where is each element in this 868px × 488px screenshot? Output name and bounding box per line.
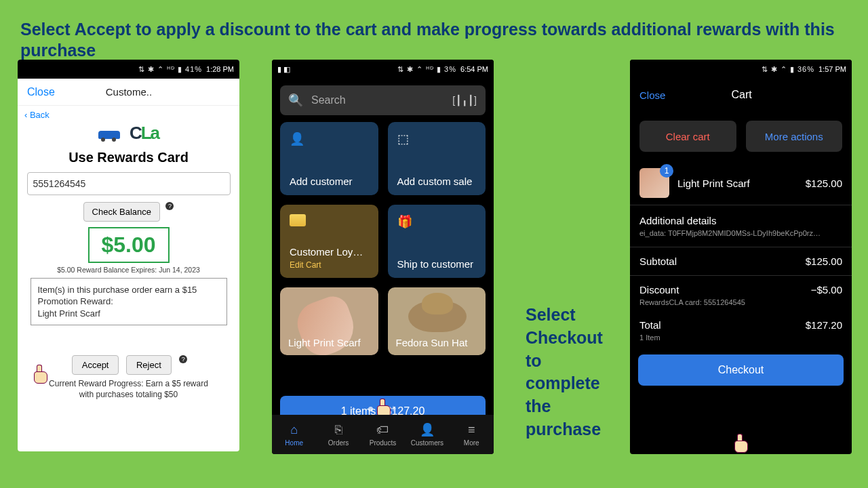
status-icons: ⇅ ✱ ⌃ ᴴᴰ ▮ 3% <box>397 65 460 74</box>
menu-icon: ≡ <box>451 423 492 437</box>
search-placeholder: Search <box>311 94 346 106</box>
bottom-tabs: ⌂Home ⎘Orders 🏷Products 👤Customers ≡More <box>272 415 494 454</box>
qty-badge: 1 <box>660 164 673 178</box>
tab-customers[interactable]: 👤Customers <box>407 422 448 447</box>
line-discount[interactable]: Discount RewardsCLA card: 5551264545 −$5… <box>630 276 852 308</box>
reward-amount: $5.00 <box>88 227 170 263</box>
tab-home[interactable]: ⌂Home <box>274 423 315 447</box>
tab-products[interactable]: 🏷Products <box>362 423 403 447</box>
add-page-icon[interactable]: ＋ <box>389 403 398 415</box>
tile-customer-loyalty[interactable]: Customer Loy… Edit Cart <box>280 205 378 278</box>
cart-header: Close Cart <box>630 79 852 111</box>
phone-cart: ⇅ ✱ ⌃ ▮ 36% 1:57 PM Close Cart Clear car… <box>630 60 852 454</box>
more-actions-button[interactable]: More actions <box>746 121 843 152</box>
search-icon: 🔍 <box>288 93 303 108</box>
promo-box: Item(s) in this purchase order earn a $1… <box>31 278 227 326</box>
line-subtotal: Subtotal$125.00 <box>630 247 852 268</box>
product-hat[interactable]: Fedora Sun Hat <box>388 287 486 355</box>
tag-icon: 🏷 <box>362 423 403 437</box>
search-input[interactable]: 🔍 Search [┃╻┃] <box>280 85 486 115</box>
instruction-checkout: Select Checkout to complete the purchase <box>526 304 620 441</box>
cart-title: Cart <box>641 89 842 101</box>
tab-orders[interactable]: ⎘Orders <box>318 423 359 447</box>
loyalty-icon <box>290 214 306 226</box>
line-total: Total 1 Item $127.20 <box>630 308 852 344</box>
phone-pos-home: ▮ ◧ ⇅ ✱ ⌃ ᴴᴰ ▮ 3% 6:54 PM 🔍 Search [┃╻┃]… <box>272 60 494 454</box>
card-number-input[interactable]: 5551264545 <box>27 172 231 195</box>
phone-rewards: ⇅ ✱ ⌃ ᴴᴰ ▮ 41% 1:28 PM Close Custome.. ‹… <box>18 60 239 451</box>
checkout-button[interactable]: Checkout <box>638 354 844 386</box>
cursor-icon <box>733 434 749 453</box>
brand-logo: CLa <box>18 123 239 144</box>
additional-details[interactable]: Additional details ei_data: T0FFMjp8M2NM… <box>630 205 852 237</box>
reject-button[interactable]: Reject <box>126 355 172 375</box>
status-time: 6:54 PM <box>460 65 488 73</box>
status-icons: ⇅ ✱ ⌃ ᴴᴰ ▮ 41% <box>138 65 206 74</box>
clear-cart-button[interactable]: Clear cart <box>639 121 736 152</box>
status-time: 1:28 PM <box>206 65 234 73</box>
status-bar: ⇅ ✱ ⌃ ▮ 36% 1:57 PM <box>630 60 852 79</box>
cart-item[interactable]: 1 Light Print Scarf $125.00 <box>630 161 852 205</box>
status-time: 1:57 PM <box>818 65 846 73</box>
person-icon: 👤 <box>407 422 448 437</box>
item-price: $125.00 <box>806 178 842 189</box>
barcode-icon[interactable]: [┃╻┃] <box>452 95 477 106</box>
help-icon[interactable]: ? <box>165 202 174 210</box>
tile-ship-to-customer[interactable]: 🎁 Ship to customer <box>388 205 486 278</box>
orders-icon: ⎘ <box>318 423 359 437</box>
expires-text: $5.00 Reward Balance Expires: Jun 14, 20… <box>18 266 239 274</box>
status-icons: ⇅ ✱ ⌃ ▮ 36% <box>762 65 818 74</box>
product-scarf[interactable]: Light Print Scarf <box>280 287 378 355</box>
upload-icon: ⬚ <box>397 131 477 146</box>
gift-icon: 🎁 <box>397 214 477 229</box>
tile-add-custom-sale[interactable]: ⬚ Add custom sale <box>388 122 486 195</box>
back-link[interactable]: ‹ Back <box>18 106 239 121</box>
status-left: ▮ ◧ <box>277 65 290 74</box>
cart-icon <box>98 125 125 142</box>
reward-progress: Current Reward Progress: Earn a $5 rewar… <box>28 379 229 400</box>
modal-header: Close Custome.. <box>18 79 239 106</box>
person-icon: 👤 <box>290 131 369 146</box>
item-name: Light Print Scarf <box>677 178 797 189</box>
home-icon: ⌂ <box>274 423 315 437</box>
tile-add-customer[interactable]: 👤 Add customer <box>280 122 378 195</box>
page-dots: ＋ <box>368 403 398 415</box>
status-bar: ⇅ ✱ ⌃ ᴴᴰ ▮ 41% 1:28 PM <box>18 60 239 79</box>
modal-title: Custome.. <box>28 86 230 98</box>
rewards-heading: Use Rewards Card <box>18 150 239 165</box>
help-icon[interactable]: ? <box>179 355 187 363</box>
accept-button[interactable]: Accept <box>72 355 119 375</box>
tab-more[interactable]: ≡More <box>451 423 492 447</box>
status-bar: ▮ ◧ ⇅ ✱ ⌃ ᴴᴰ ▮ 3% 6:54 PM <box>272 60 494 79</box>
check-balance-button[interactable]: Check Balance <box>83 202 160 222</box>
